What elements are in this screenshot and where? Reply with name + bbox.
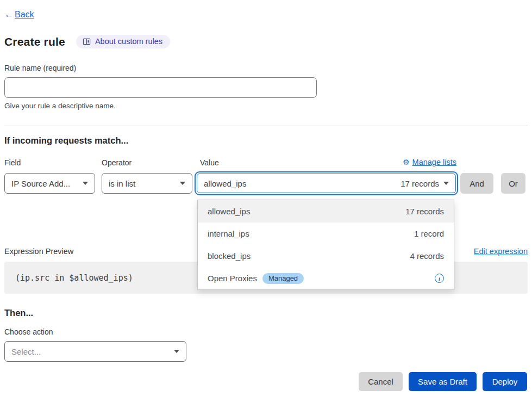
or-button[interactable]: Or [501,173,525,194]
about-custom-rules-link[interactable]: About custom rules [76,35,170,48]
back-arrow-icon: ← [4,9,14,20]
managed-badge: Managed [262,273,304,284]
list-item-records: 1 record [414,229,444,238]
list-item-name: blocked_ips [208,251,251,261]
edit-expression-link[interactable]: Edit expression [474,247,528,256]
operator-select[interactable]: is in list [102,173,192,194]
rule-name-helper: Give your rule a descriptive name. [4,102,116,110]
value-select[interactable]: allowed_ips 17 records [195,171,458,195]
manage-lists-link[interactable]: ⚙ Manage lists [403,158,456,166]
section-divider [4,126,528,126]
deploy-button[interactable]: Deploy [483,372,527,391]
save-as-draft-button[interactable]: Save as Draft [409,372,477,391]
gear-icon: ⚙ [403,158,410,166]
choose-action-label: Choose action [4,327,53,336]
about-custom-rules-label: About custom rules [95,37,162,46]
match-section-heading: If incoming requests match... [4,135,128,146]
chevron-down-icon [443,182,449,185]
back-link-label[interactable]: Back [15,10,34,20]
operator-label: Operator [102,158,132,167]
value-label: Value [200,158,219,167]
title-row: Create rule About custom rules [4,35,170,48]
action-select[interactable]: Select... [4,341,186,362]
field-select-value: IP Source Add... [11,179,70,188]
manage-lists-label[interactable]: Manage lists [412,158,456,166]
chevron-down-icon [180,182,185,185]
field-label: Field [4,158,21,167]
rule-name-input[interactable] [4,77,317,98]
value-select-value: allowed_ips [204,179,246,188]
list-item-blocked-ips[interactable]: blocked_ips 4 records [198,245,454,267]
value-select-inner: allowed_ips 17 records [197,174,456,193]
chevron-down-icon [83,182,88,185]
list-item-records: 4 records [410,251,444,261]
then-section-heading: Then... [4,308,33,318]
operator-select-value: is in list [109,179,135,188]
chevron-down-icon [174,350,179,353]
value-dropdown-panel: allowed_ips 17 records internal_ips 1 re… [197,200,454,290]
action-select-placeholder: Select... [11,347,41,356]
value-select-records: 17 records [400,179,439,188]
back-link[interactable]: ←Back [4,9,34,20]
expression-preview-label: Expression Preview [4,247,73,256]
list-item-open-proxies[interactable]: Open Proxies Managed i [198,267,454,289]
page-title: Create rule [4,35,65,48]
list-item-name: internal_ips [208,229,249,238]
field-select[interactable]: IP Source Add... [4,173,95,194]
rule-name-label: Rule name (required) [4,64,76,72]
expression-code: (ip.src in $allowed_ips) [15,273,133,283]
list-item-name: allowed_ips [208,207,250,216]
list-item-allowed-ips[interactable]: allowed_ips 17 records [198,200,454,222]
list-item-internal-ips[interactable]: internal_ips 1 record [198,222,454,245]
book-icon [83,38,91,46]
and-button[interactable]: And [460,173,493,194]
list-item-records: 17 records [405,207,444,216]
cancel-button[interactable]: Cancel [359,372,403,391]
info-icon[interactable]: i [435,274,444,283]
create-rule-page: ←Back Create rule About custom rules Rul… [0,0,532,402]
list-item-name: Open Proxies [208,274,257,283]
